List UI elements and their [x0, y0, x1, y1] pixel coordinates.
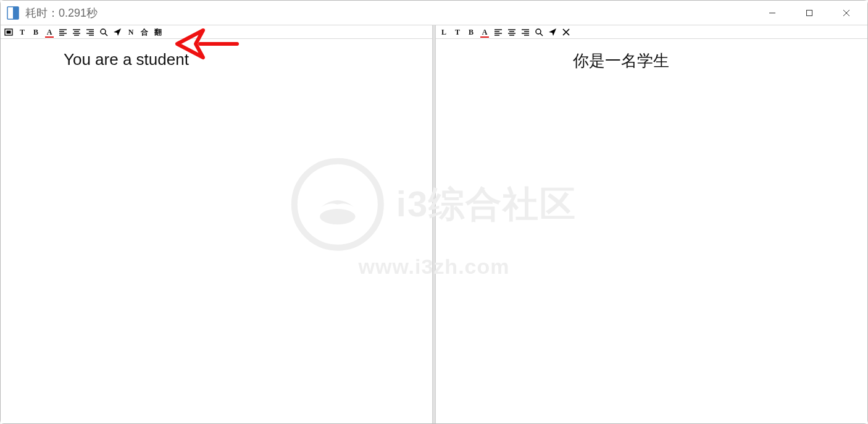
maximize-button[interactable]	[791, 1, 828, 25]
content-split: T B A N 合 翻	[1, 25, 867, 423]
align-center-button-right[interactable]	[507, 27, 516, 37]
bold-button[interactable]: B	[31, 27, 40, 37]
source-editor[interactable]: You are a student	[1, 39, 432, 423]
target-toolbar: L T B A	[436, 25, 867, 39]
bold-button-right[interactable]: B	[467, 27, 475, 37]
align-left-button[interactable]	[59, 27, 67, 37]
search-icon[interactable]	[99, 27, 108, 37]
font-color-button-right[interactable]: A	[480, 27, 489, 37]
lang-l-button[interactable]: L	[440, 27, 448, 37]
text-mode-button[interactable]: T	[18, 27, 27, 37]
source-pane: T B A N 合 翻	[1, 25, 432, 423]
source-toolbar: T B A N 合 翻	[1, 25, 432, 39]
align-right-button-right[interactable]	[521, 27, 530, 37]
target-editor[interactable]: 你是一名学生	[436, 39, 867, 423]
close-button[interactable]	[828, 1, 865, 25]
title-bar: 耗时：0.291秒	[1, 1, 867, 25]
align-left-button-right[interactable]	[494, 27, 503, 37]
minimize-button[interactable]	[754, 1, 791, 25]
letter-n-button[interactable]: N	[127, 27, 135, 37]
svg-rect-7	[7, 30, 11, 33]
svg-line-21	[105, 33, 107, 36]
svg-line-35	[540, 33, 543, 36]
svg-rect-3	[807, 10, 812, 15]
send-icon[interactable]	[113, 27, 122, 37]
svg-point-20	[101, 29, 106, 34]
close-icon-right[interactable]	[562, 27, 570, 37]
translate-button[interactable]: 翻	[154, 27, 162, 37]
search-icon-right[interactable]	[535, 27, 543, 37]
svg-point-34	[536, 29, 541, 34]
window-title: 耗时：0.291秒	[25, 6, 98, 20]
font-color-button[interactable]: A	[45, 27, 54, 37]
send-icon-right[interactable]	[548, 27, 557, 37]
app-window: 耗时：0.291秒 T B A	[0, 0, 868, 424]
svg-rect-1	[13, 7, 19, 19]
source-text: You are a student	[64, 50, 425, 69]
target-pane: L T B A	[436, 25, 867, 423]
text-mode-button-right[interactable]: T	[453, 27, 462, 37]
align-center-button[interactable]	[72, 27, 81, 37]
app-icon	[7, 6, 19, 20]
merge-button[interactable]: 合	[140, 27, 149, 37]
align-right-button[interactable]	[86, 27, 94, 37]
image-mode-button[interactable]	[4, 27, 13, 37]
target-text: 你是一名学生	[382, 50, 860, 72]
